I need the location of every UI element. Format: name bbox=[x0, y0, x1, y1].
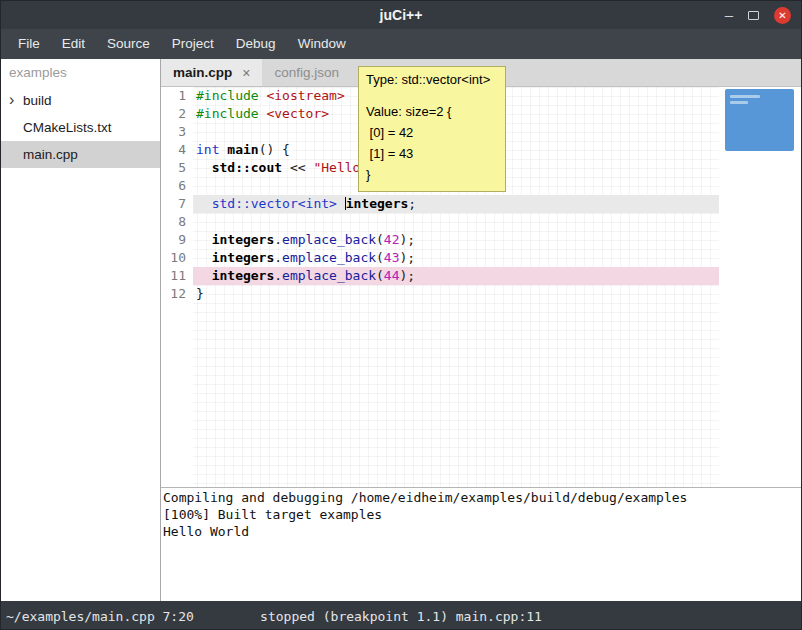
line-number[interactable]: 3 bbox=[161, 123, 193, 141]
tree-item-cmakelists.txt[interactable]: CMakeLists.txt bbox=[1, 114, 160, 141]
code-line-12[interactable]: 12} bbox=[161, 285, 719, 303]
terminal-line: Compiling and debugging /home/eidheim/ex… bbox=[163, 489, 799, 506]
tab-label: config.json bbox=[274, 65, 339, 80]
menu-file[interactable]: File bbox=[7, 29, 51, 59]
editor-overview-strip bbox=[719, 87, 801, 487]
window-controls: – ✕ bbox=[725, 1, 791, 29]
tab-config.json[interactable]: config.json bbox=[262, 59, 351, 86]
code-text: integers.emplace_back(44); bbox=[193, 267, 719, 285]
code-text bbox=[193, 213, 719, 231]
code-line-11[interactable]: 11 integers.emplace_back(44); bbox=[161, 267, 719, 285]
tab-label: main.cpp bbox=[173, 65, 232, 80]
tab-main.cpp[interactable]: main.cpp× bbox=[161, 59, 262, 86]
maximize-button[interactable] bbox=[748, 11, 759, 20]
minimize-button[interactable]: – bbox=[725, 1, 733, 29]
menu-debug[interactable]: Debug bbox=[225, 29, 287, 59]
line-number[interactable]: 11 bbox=[161, 267, 193, 285]
terminal-line: [100%] Built target examples bbox=[163, 506, 799, 523]
file-tree: ›buildCMakeLists.txtmain.cpp bbox=[1, 87, 160, 168]
code-line-10[interactable]: 10 integers.emplace_back(43); bbox=[161, 249, 719, 267]
file-tree-panel: examples ›buildCMakeLists.txtmain.cpp bbox=[1, 59, 161, 601]
line-number[interactable]: 2 bbox=[161, 105, 193, 123]
debug-value-tooltip: Type: std::vector<int> Value: size=2 { [… bbox=[358, 66, 506, 192]
code-line-7[interactable]: 7 std::vector<int> integers; bbox=[161, 195, 719, 213]
close-icon: ✕ bbox=[778, 10, 786, 21]
titlebar: juCi++ – ✕ bbox=[1, 1, 801, 29]
tooltip-value-line: } bbox=[366, 164, 498, 185]
scrollbar-thumb[interactable] bbox=[725, 89, 794, 151]
code-text: } bbox=[193, 285, 719, 303]
project-name-header: examples bbox=[1, 59, 160, 87]
menu-project[interactable]: Project bbox=[161, 29, 225, 59]
line-number[interactable]: 7 bbox=[161, 195, 193, 213]
line-number[interactable]: 1 bbox=[161, 87, 193, 105]
code-text: integers.emplace_back(42); bbox=[193, 231, 719, 249]
close-button[interactable]: ✕ bbox=[774, 7, 791, 24]
tooltip-value-line: Value: size=2 { bbox=[366, 101, 498, 122]
tree-item-build[interactable]: ›build bbox=[1, 87, 160, 114]
expander-icon[interactable]: › bbox=[9, 86, 14, 113]
code-line-8[interactable]: 8 bbox=[161, 213, 719, 231]
status-bar: ~/examples/main.cpp 7:20 stopped (breakp… bbox=[1, 601, 801, 630]
menubar: FileEditSourceProjectDebugWindow bbox=[1, 29, 801, 59]
menu-window[interactable]: Window bbox=[287, 29, 357, 59]
line-number[interactable]: 8 bbox=[161, 213, 193, 231]
tooltip-type-line: Type: std::vector<int> bbox=[366, 72, 498, 87]
tree-item-main.cpp[interactable]: main.cpp bbox=[1, 141, 160, 168]
app-window: juCi++ – ✕ FileEditSourceProjectDebugWin… bbox=[0, 0, 802, 630]
line-number[interactable]: 4 bbox=[161, 141, 193, 159]
line-number[interactable]: 10 bbox=[161, 249, 193, 267]
code-text: integers.emplace_back(43); bbox=[193, 249, 719, 267]
status-debug-state: stopped (breakpoint 1.1) main.cpp:11 bbox=[260, 609, 542, 624]
tree-item-label: build bbox=[23, 93, 52, 108]
window-title: juCi++ bbox=[1, 7, 801, 23]
line-number[interactable]: 5 bbox=[161, 159, 193, 177]
tooltip-value-block: Value: size=2 { [0] = 42 [1] = 43} bbox=[366, 101, 498, 185]
line-number[interactable]: 6 bbox=[161, 177, 193, 195]
code-line-9[interactable]: 9 integers.emplace_back(42); bbox=[161, 231, 719, 249]
tree-item-label: CMakeLists.txt bbox=[23, 120, 112, 135]
code-text: std::vector<int> integers; bbox=[193, 195, 719, 213]
tooltip-value-line: [1] = 43 bbox=[366, 143, 498, 164]
status-file-position: ~/examples/main.cpp 7:20 bbox=[1, 609, 194, 624]
menu-source[interactable]: Source bbox=[96, 29, 161, 59]
terminal-line: Hello World bbox=[163, 523, 799, 540]
line-number[interactable]: 12 bbox=[161, 285, 193, 303]
line-number[interactable]: 9 bbox=[161, 231, 193, 249]
close-tab-icon[interactable]: × bbox=[242, 65, 250, 81]
terminal-output[interactable]: Compiling and debugging /home/eidheim/ex… bbox=[161, 487, 801, 601]
menu-edit[interactable]: Edit bbox=[51, 29, 96, 59]
tree-item-label: main.cpp bbox=[23, 147, 78, 162]
tooltip-value-line: [0] = 42 bbox=[366, 122, 498, 143]
